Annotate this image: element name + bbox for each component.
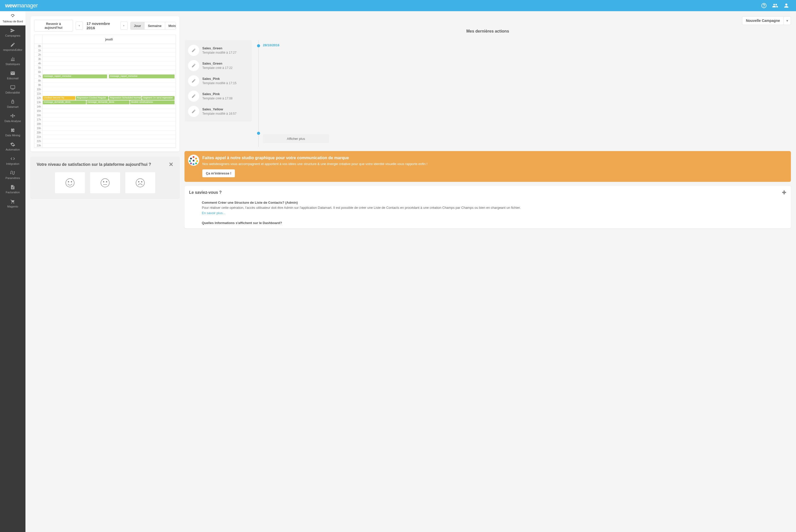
sidebar-item-2[interactable]: responsivEditor bbox=[0, 40, 25, 54]
promo-cta-button[interactable]: Ça m'intéresse ! bbox=[202, 169, 235, 177]
sidebar: Tableau de BordCampagnesresponsivEditorS… bbox=[0, 11, 25, 532]
svg-point-0 bbox=[66, 178, 74, 187]
sidebar-item-7[interactable]: Data Analyse bbox=[0, 111, 25, 125]
action-item[interactable]: Sales_PinkTemplate créé à 17:08 bbox=[187, 89, 249, 104]
action-item[interactable]: Sales_GreenTemplate modifié à 17:27 bbox=[187, 43, 249, 58]
next-day-button[interactable] bbox=[121, 22, 128, 30]
calendar-event[interactable]: message_rappel_immediat bbox=[109, 75, 174, 78]
edit-icon bbox=[188, 91, 199, 102]
close-icon[interactable]: ✕ bbox=[169, 161, 173, 168]
sidebar-item-13[interactable]: Magento bbox=[0, 196, 25, 211]
calendar-event[interactable]: message_demande_devis bbox=[43, 100, 86, 104]
faq-link[interactable]: En savoir plus... bbox=[202, 211, 774, 215]
action-item[interactable]: Sales_YellowTemplate modifié à 16:57 bbox=[187, 104, 249, 119]
day-header: jeudi bbox=[42, 35, 175, 44]
faq-question-2: Quelles Informations s'affichent sur le … bbox=[189, 221, 786, 225]
new-campaign-button[interactable]: Nouvelle Campagne ▾ bbox=[742, 16, 791, 25]
sidebar-item-5[interactable]: Délivrabilité bbox=[0, 82, 25, 97]
edit-icon bbox=[188, 75, 199, 87]
prev-day-button[interactable] bbox=[76, 22, 83, 30]
profile-icon[interactable] bbox=[782, 1, 791, 10]
chevron-down-icon[interactable]: ▾ bbox=[783, 17, 791, 25]
sidebar-item-9[interactable]: Automation bbox=[0, 139, 25, 154]
sidebar-item-8[interactable]: Data Mining bbox=[0, 125, 25, 139]
palette-icon bbox=[188, 155, 199, 166]
svg-point-4 bbox=[103, 181, 104, 182]
calendar-event[interactable]: Segment On send regression bbox=[142, 96, 174, 100]
satisfaction-title: Votre niveau de satisfaction sur la plat… bbox=[37, 162, 169, 167]
topbar: wewmanager bbox=[0, 0, 796, 11]
svg-point-1 bbox=[68, 181, 69, 182]
view-month-button[interactable]: Mois bbox=[165, 22, 176, 30]
sidebar-item-1[interactable]: Campagnes bbox=[0, 25, 25, 40]
calendar-event[interactable]: Regression Clocked Regular bbox=[76, 96, 108, 100]
action-item[interactable]: Sales_PinkTemplate modifié à 17:15 bbox=[187, 73, 249, 89]
timeline-date: 28/10/2016 bbox=[263, 43, 279, 47]
users-icon[interactable] bbox=[771, 1, 780, 10]
view-day-button[interactable]: Jour bbox=[131, 22, 145, 30]
face-sad-button[interactable] bbox=[125, 172, 155, 193]
knowledge-card: Le saviez-vous ? ✚ Comment Créer une Str… bbox=[185, 186, 791, 228]
svg-point-9 bbox=[141, 181, 142, 182]
calendar-card: Revenir à aujourd'hui 17 novembre 2016 J… bbox=[31, 16, 180, 152]
face-happy-button[interactable] bbox=[55, 172, 85, 193]
svg-point-7 bbox=[136, 178, 144, 187]
sidebar-item-4[interactable]: Edocmail bbox=[0, 68, 25, 82]
sidebar-item-10[interactable]: Intégration bbox=[0, 154, 25, 168]
satisfaction-card: Votre niveau de satisfaction sur la plat… bbox=[31, 157, 180, 198]
sidebar-item-12[interactable]: Facturation bbox=[0, 182, 25, 196]
calendar-date: 17 novembre 2016 bbox=[87, 21, 117, 30]
action-item[interactable]: Sales_GreenTemplate créé à 17:22 bbox=[187, 58, 249, 73]
sidebar-item-0[interactable]: Tableau de Bord bbox=[0, 11, 25, 25]
faq-question: Comment Créer une Structure de Liste de … bbox=[202, 201, 774, 205]
svg-point-3 bbox=[101, 178, 109, 187]
sidebar-item-3[interactable]: Statistiques bbox=[0, 54, 25, 68]
promo-title: Faites appel à notre studio graphique po… bbox=[202, 156, 786, 160]
calendar-event[interactable]: Clocked Second Try bbox=[43, 96, 75, 100]
faq-answer: Pour réaliser cette opération, l'accès u… bbox=[202, 206, 774, 210]
expand-icon[interactable]: ✚ bbox=[782, 189, 786, 195]
logo[interactable]: wewmanager bbox=[5, 1, 38, 10]
svg-point-8 bbox=[138, 181, 139, 182]
show-more-button[interactable]: Afficher plus bbox=[263, 134, 329, 143]
svg-point-5 bbox=[106, 181, 107, 182]
knowledge-title: Le saviez-vous ? bbox=[189, 190, 782, 195]
today-button[interactable]: Revenir à aujourd'hui bbox=[34, 20, 73, 32]
promo-card: Faites appel à notre studio graphique po… bbox=[185, 151, 791, 182]
edit-icon bbox=[188, 45, 199, 56]
edit-icon bbox=[188, 60, 199, 71]
actions-list: Sales_GreenTemplate modifié à 17:27Sales… bbox=[185, 40, 252, 121]
promo-text: Nos webdesigners vous accompagnent et ap… bbox=[202, 162, 786, 166]
face-neutral-button[interactable] bbox=[90, 172, 121, 193]
svg-point-2 bbox=[71, 181, 72, 182]
calendar-event[interactable]: message_rappel_immediat bbox=[43, 75, 107, 78]
view-week-button[interactable]: Semaine bbox=[145, 22, 165, 30]
help-icon[interactable] bbox=[759, 1, 769, 10]
calendar-event[interactable]: Regression Scheduled Normal bbox=[109, 96, 142, 100]
calendar-event[interactable]: Modele wewbusiness bbox=[130, 100, 174, 104]
calendar-event[interactable]: message_demande_devis bbox=[87, 100, 130, 104]
sidebar-item-11[interactable]: Paramètres bbox=[0, 168, 25, 182]
sidebar-item-6[interactable]: Datamart bbox=[0, 97, 25, 111]
actions-title: Mes dernières actions bbox=[185, 29, 791, 34]
edit-icon bbox=[188, 106, 199, 117]
